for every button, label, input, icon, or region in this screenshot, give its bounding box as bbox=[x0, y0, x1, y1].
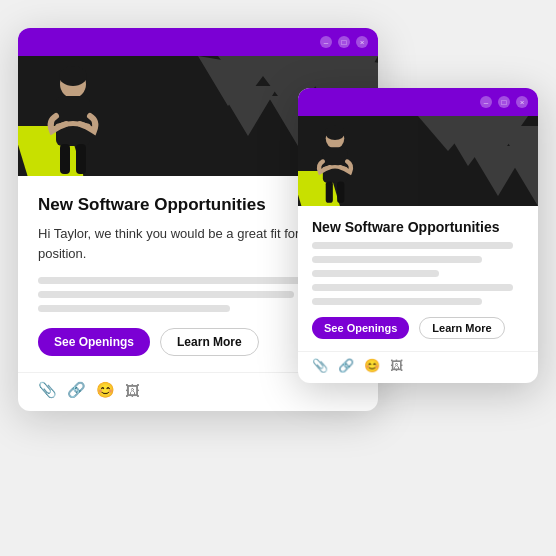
skeleton-line-3 bbox=[38, 305, 230, 312]
svg-rect-26 bbox=[337, 181, 344, 202]
skeleton-line-1 bbox=[38, 277, 342, 284]
svg-rect-15 bbox=[76, 144, 86, 174]
window-small: – □ × bbox=[298, 88, 538, 383]
image-icon-large[interactable]: 🖼 bbox=[125, 382, 140, 399]
skeleton-line-s1 bbox=[312, 242, 513, 249]
title-bar-large: – □ × bbox=[18, 28, 378, 56]
minimize-btn-small[interactable]: – bbox=[480, 96, 492, 108]
emoji-icon-small[interactable]: 😊 bbox=[364, 358, 380, 373]
skeleton-line-s5 bbox=[312, 298, 482, 305]
emoji-icon-large[interactable]: 😊 bbox=[96, 381, 115, 399]
title-bar-small: – □ × bbox=[298, 88, 538, 116]
action-row-small: See Openings Learn More bbox=[312, 317, 524, 339]
link-icon-small[interactable]: 🔗 bbox=[338, 358, 354, 373]
person-figure-large bbox=[38, 66, 108, 176]
image-icon-small[interactable]: 🖼 bbox=[390, 358, 403, 373]
link-icon-large[interactable]: 🔗 bbox=[67, 381, 86, 399]
see-openings-btn-small[interactable]: See Openings bbox=[312, 317, 409, 339]
svg-rect-25 bbox=[326, 181, 333, 202]
maximize-btn-large[interactable]: □ bbox=[338, 36, 350, 48]
svg-rect-14 bbox=[60, 144, 70, 174]
skeleton-line-2 bbox=[38, 291, 294, 298]
maximize-btn-small[interactable]: □ bbox=[498, 96, 510, 108]
header-banner-small bbox=[298, 116, 538, 206]
person-figure-small bbox=[310, 124, 360, 206]
skeleton-lines-small bbox=[312, 242, 524, 305]
learn-more-btn-large[interactable]: Learn More bbox=[160, 328, 259, 356]
svg-point-12 bbox=[59, 66, 87, 86]
attach-icon-small[interactable]: 📎 bbox=[312, 358, 328, 373]
scene: – □ × bbox=[18, 28, 538, 528]
close-btn-small[interactable]: × bbox=[516, 96, 528, 108]
svg-marker-9 bbox=[218, 86, 278, 136]
skeleton-line-s3 bbox=[312, 270, 439, 277]
see-openings-btn-large[interactable]: See Openings bbox=[38, 328, 150, 356]
svg-point-23 bbox=[325, 126, 345, 140]
content-area-small: New Software Opportunities See Openings … bbox=[298, 206, 538, 351]
attach-icon-large[interactable]: 📎 bbox=[38, 381, 57, 399]
minimize-btn-large[interactable]: – bbox=[320, 36, 332, 48]
skeleton-line-s4 bbox=[312, 284, 513, 291]
notification-title-small: New Software Opportunities bbox=[312, 218, 524, 236]
close-btn-large[interactable]: × bbox=[356, 36, 368, 48]
skeleton-line-s2 bbox=[312, 256, 482, 263]
learn-more-btn-small[interactable]: Learn More bbox=[419, 317, 504, 339]
svg-marker-20 bbox=[508, 156, 538, 206]
footer-icons-small: 📎 🔗 😊 🖼 bbox=[298, 351, 538, 383]
